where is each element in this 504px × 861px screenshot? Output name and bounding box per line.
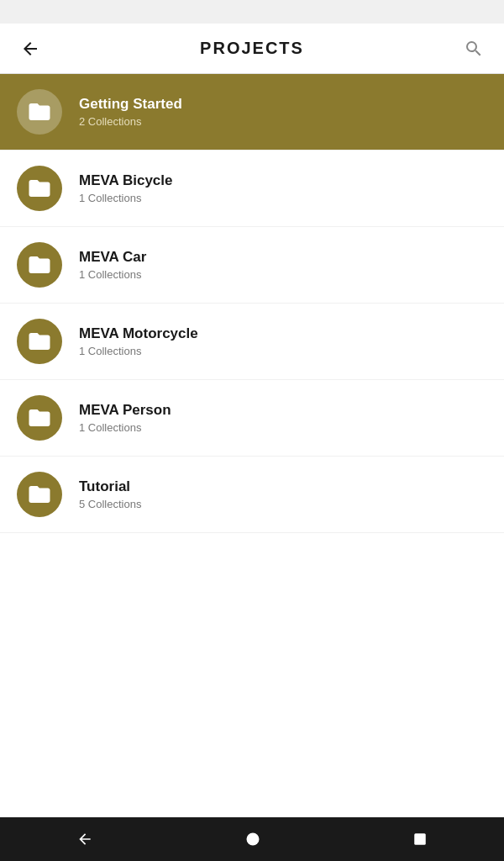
nav-stop-icon (412, 832, 428, 847)
folder-icon-wrapper (17, 472, 62, 517)
project-collections: 1 Collections (79, 345, 198, 357)
folder-icon-wrapper (17, 242, 62, 288)
page-title: PROJECTS (200, 39, 304, 58)
nav-home-button[interactable] (225, 825, 281, 853)
folder-icon (27, 482, 52, 507)
nav-back-icon (76, 831, 93, 848)
project-collections: 1 Collections (79, 421, 171, 434)
svg-point-0 (246, 833, 259, 846)
folder-icon (27, 405, 52, 430)
folder-icon-wrapper (17, 319, 62, 364)
folder-icon (27, 329, 52, 354)
project-name: Getting Started (79, 96, 182, 113)
project-collections: 2 Collections (79, 115, 182, 128)
nav-home-icon (245, 832, 260, 847)
project-collections: 1 Collections (79, 192, 173, 204)
project-info: MEVA Car1 Collections (79, 249, 146, 281)
folder-icon-wrapper (17, 395, 62, 441)
project-item-meva-car[interactable]: MEVA Car1 Collections (0, 227, 504, 304)
project-name: MEVA Person (79, 402, 171, 419)
project-name: MEVA Motorcycle (79, 325, 198, 342)
project-name: MEVA Bicycle (79, 172, 173, 189)
nav-back-button[interactable] (56, 824, 113, 854)
project-info: MEVA Bicycle1 Collections (79, 172, 173, 204)
header: PROJECTS (0, 24, 504, 74)
project-item-getting-started[interactable]: Getting Started2 Collections (0, 74, 504, 151)
folder-icon (27, 252, 52, 277)
project-collections: 1 Collections (79, 268, 146, 281)
folder-icon (27, 176, 52, 201)
project-info: MEVA Person1 Collections (79, 402, 171, 434)
search-icon (464, 39, 484, 59)
back-button[interactable] (13, 32, 47, 66)
project-info: Tutorial5 Collections (79, 478, 141, 510)
project-item-tutorial[interactable]: Tutorial5 Collections (0, 457, 504, 533)
project-name: MEVA Car (79, 249, 146, 266)
svg-rect-1 (415, 833, 427, 845)
folder-icon (27, 99, 52, 124)
project-item-meva-person[interactable]: MEVA Person1 Collections (0, 380, 504, 457)
project-item-meva-bicycle[interactable]: MEVA Bicycle1 Collections (0, 151, 504, 227)
folder-icon-wrapper (17, 89, 62, 135)
project-list: Getting Started2 Collections MEVA Bicycl… (0, 74, 504, 817)
folder-icon-wrapper (17, 166, 62, 211)
project-info: Getting Started2 Collections (79, 96, 182, 128)
status-bar (0, 0, 504, 24)
project-collections: 5 Collections (79, 498, 141, 510)
nav-stop-button[interactable] (392, 825, 448, 853)
project-info: MEVA Motorcycle1 Collections (79, 325, 198, 357)
back-arrow-icon (20, 39, 40, 59)
project-item-meva-motorcycle[interactable]: MEVA Motorcycle1 Collections (0, 304, 504, 380)
project-name: Tutorial (79, 478, 141, 495)
search-button[interactable] (457, 32, 491, 66)
bottom-nav (0, 817, 504, 861)
